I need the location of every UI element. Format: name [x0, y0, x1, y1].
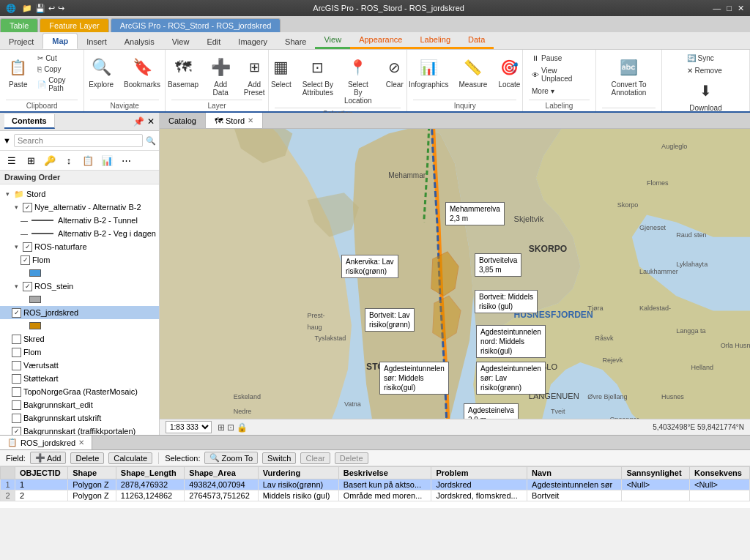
- more-layers-btn[interactable]: ⋯: [117, 152, 135, 168]
- table-row[interactable]: 11Polygon Z2878,476932493824,007094Lav r…: [1, 479, 750, 490]
- th-objectid[interactable]: OBJECTID: [15, 467, 68, 479]
- select-button[interactable]: ▦ Select: [265, 53, 297, 92]
- th-konsekvens[interactable]: Konsekvens: [690, 467, 750, 479]
- source-btn[interactable]: 📋: [79, 152, 97, 168]
- undo-icon[interactable]: ↩: [48, 4, 55, 13]
- lock-icon[interactable]: 🔒: [237, 422, 248, 433]
- measure-button[interactable]: 📏 Measure: [454, 53, 491, 92]
- check-ros-jordskred[interactable]: [12, 308, 21, 318]
- th-beskrivelse[interactable]: Beskrivelse: [338, 467, 431, 479]
- convert-annotation-button[interactable]: 🔤 Convert ToAnnotation: [606, 53, 650, 100]
- explore-button[interactable]: 🔍 Explore: [84, 53, 118, 92]
- map-tab-catalog[interactable]: Catalog: [160, 113, 206, 128]
- tab-edit[interactable]: Edit: [198, 34, 229, 49]
- layer-bakgrunnskart-edit[interactable]: Bakgrunnskart_edit: [0, 398, 159, 411]
- layer-skred[interactable]: Skred: [0, 332, 159, 346]
- scale-selector[interactable]: 1:83 333: [166, 421, 212, 433]
- check-bakgrunnskart-edit[interactable]: [12, 400, 21, 410]
- sidebar-pin-icon[interactable]: 📌: [133, 116, 144, 127]
- tab-share[interactable]: Share: [276, 34, 315, 49]
- legend-btn[interactable]: 🔑: [41, 152, 59, 168]
- remove-button[interactable]: ✕ Remove: [684, 65, 728, 76]
- th-sannsynlighet[interactable]: Sannsynlighet: [622, 467, 690, 479]
- check-flom2[interactable]: [12, 348, 21, 357]
- view-unplaced-button[interactable]: 👁 View Unplaced: [529, 65, 590, 84]
- layer-bakgrunnskart-utskrift[interactable]: Bakgrunnskart utskrift: [0, 411, 159, 425]
- switch-btn[interactable]: Switch: [262, 452, 296, 464]
- th-shape[interactable]: Shape: [68, 467, 116, 479]
- tab-analysis[interactable]: Analysis: [116, 34, 163, 49]
- select-by-attributes-button[interactable]: ⊡ Select ByAttributes: [298, 53, 337, 100]
- layer-varutsatt[interactable]: Værutsatt: [0, 359, 159, 372]
- maximize-btn[interactable]: □: [727, 4, 732, 13]
- th-problem[interactable]: Problem: [431, 467, 527, 479]
- attr-table-grid[interactable]: OBJECTID Shape Shape_Length Shape_Area V…: [0, 466, 750, 508]
- tab-view2[interactable]: View: [315, 32, 350, 49]
- tab-table[interactable]: Table: [0, 18, 38, 32]
- layer-ros-jordskred[interactable]: ROS_jordskred: [0, 306, 159, 319]
- layer-flom2[interactable]: Flom: [0, 346, 159, 359]
- copy-button[interactable]: ⎘ Copy: [34, 64, 81, 75]
- tab-insert[interactable]: Insert: [78, 34, 116, 49]
- tab-labeling[interactable]: Labeling: [411, 32, 459, 49]
- th-shape-length[interactable]: Shape_Length: [116, 467, 184, 479]
- tab-arcgis[interactable]: ArcGIS Pro - ROS_Stord - ROS_jordskred: [111, 18, 281, 32]
- layer-stord[interactable]: ▾ 📁 Stord: [0, 187, 159, 201]
- layer-ros-naturfare[interactable]: ▾ ROS-naturfare: [0, 240, 159, 253]
- attr-tab-close[interactable]: ✕: [78, 438, 84, 447]
- tile-view-btn[interactable]: ⊞: [22, 152, 40, 168]
- check-varutsatt[interactable]: [12, 361, 21, 370]
- sidebar-tab-contents[interactable]: Contents: [4, 114, 55, 129]
- layer-flom[interactable]: Flom: [0, 253, 159, 266]
- layer-alt-vei[interactable]: — Alternativ B-2 - Veg i dagen: [0, 227, 159, 240]
- check-nye-alt[interactable]: [23, 203, 32, 212]
- copy-path-button[interactable]: 📄 Copy Path: [34, 75, 81, 94]
- table-row[interactable]: 22Polygon Z11263,1248622764573,751262Mid…: [1, 490, 750, 501]
- expand-ros-nat-icon[interactable]: ▾: [12, 242, 21, 251]
- more-button[interactable]: More ▾: [529, 86, 590, 97]
- check-ros-nat[interactable]: [23, 242, 32, 252]
- check-flom[interactable]: [21, 255, 30, 265]
- window-controls[interactable]: — □ ✕: [713, 4, 744, 13]
- paste-button[interactable]: 📋 Paste: [3, 53, 33, 92]
- tab-data[interactable]: Data: [459, 32, 494, 49]
- layer-ros-stein[interactable]: ▾ ROS_stein: [0, 280, 159, 293]
- draw-order-btn[interactable]: ↕: [60, 152, 78, 168]
- check-bakgrunnskart-utskrift[interactable]: [12, 414, 21, 423]
- tab-feature-layer[interactable]: Feature Layer: [40, 18, 108, 32]
- calculate-btn[interactable]: Calculate: [108, 452, 152, 464]
- new-icon[interactable]: 📁: [22, 4, 32, 13]
- save-icon[interactable]: 💾: [35, 4, 45, 13]
- search-input[interactable]: [14, 134, 143, 147]
- close-btn[interactable]: ✕: [738, 4, 744, 13]
- check-stottekart[interactable]: [12, 374, 21, 384]
- map-container[interactable]: FJORDEN Nordre Augleglo Elde Mehammar Sk…: [160, 129, 750, 419]
- search-icon[interactable]: 🔍: [146, 136, 156, 146]
- cut-button[interactable]: ✂ Cut: [34, 53, 81, 64]
- check-toponorge[interactable]: [12, 387, 21, 397]
- layer-alt-tunnel[interactable]: — Alternativ B-2 - Tunnel: [0, 214, 159, 227]
- check-skred[interactable]: [12, 335, 21, 344]
- check-ros-stein[interactable]: [23, 282, 32, 291]
- chart-btn[interactable]: 📊: [98, 152, 116, 168]
- basemap-button[interactable]: 🗺 Basemap: [163, 53, 203, 92]
- add-data-button[interactable]: ➕ AddData: [204, 53, 237, 100]
- zoom-fit-icon[interactable]: ⊞: [218, 422, 225, 433]
- bookmarks-button[interactable]: 🔖 Bookmarks: [119, 53, 165, 92]
- layer-stottekart[interactable]: Støttekart: [0, 372, 159, 385]
- tab-view[interactable]: View: [163, 34, 198, 49]
- th-vurdering[interactable]: Vurdering: [258, 467, 338, 479]
- locate-button[interactable]: 🎯 Locate: [493, 53, 525, 92]
- sync-button[interactable]: 🔄 Sync: [684, 53, 728, 64]
- add-field-btn[interactable]: ➕ Add: [30, 452, 67, 464]
- full-extent-icon[interactable]: ⊡: [227, 422, 234, 433]
- delete-sel-btn[interactable]: Delete: [335, 452, 368, 464]
- layer-bakgrunnskart[interactable]: Bakgrunnskart (traffikkportalen): [0, 425, 159, 435]
- expand-nye-alt-icon[interactable]: ▾: [12, 203, 21, 212]
- tab-imagery[interactable]: Imagery: [229, 34, 276, 49]
- layer-toponorge[interactable]: TopoNorgeGraa (RasterMosaic): [0, 385, 159, 398]
- tab-project[interactable]: Project: [0, 34, 42, 49]
- layer-nye-alt[interactable]: ▾ Nye_alternativ - Alternativ B-2: [0, 201, 159, 214]
- select-by-location-button[interactable]: 📍 Select ByLocation: [338, 53, 377, 108]
- check-bakgrunnskart[interactable]: [12, 427, 21, 436]
